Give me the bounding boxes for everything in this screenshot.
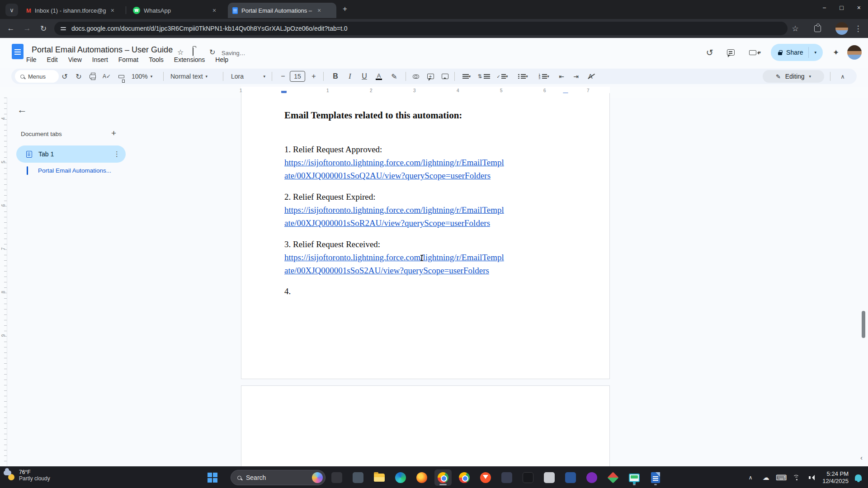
- wifi-icon[interactable]: [789, 475, 804, 481]
- bold-icon[interactable]: B: [330, 69, 341, 84]
- version-history-icon[interactable]: ↺: [706, 47, 713, 58]
- underline-icon[interactable]: U: [359, 69, 370, 84]
- spellcheck-icon[interactable]: A✓: [101, 69, 113, 84]
- move-to-folder-icon[interactable]: [193, 48, 193, 56]
- doc-link[interactable]: ate/00XJQ000001sSoR2AU/view?queryScope=u…: [284, 218, 490, 228]
- google-docs-logo[interactable]: [12, 44, 24, 59]
- document-title[interactable]: Portal Email Automations – User Guide: [32, 45, 173, 55]
- font-size-decrease-icon[interactable]: −: [277, 69, 289, 84]
- window-close-button[interactable]: ×: [857, 4, 861, 11]
- reload-icon[interactable]: ↻: [38, 23, 49, 34]
- increase-indent-icon[interactable]: ⇥: [570, 69, 582, 84]
- tab-options-icon[interactable]: ⋮: [113, 150, 120, 158]
- add-comment-icon[interactable]: +: [425, 69, 436, 84]
- meet-dropdown-icon[interactable]: ▾: [759, 50, 761, 55]
- hidden-icons-chevron[interactable]: ∧: [743, 474, 758, 481]
- app-icon-3[interactable]: [498, 469, 515, 486]
- redo-icon[interactable]: ↻: [73, 69, 85, 84]
- address-bar[interactable]: docs.google.com/document/d/1jpc3R6Cmpii0…: [54, 22, 788, 35]
- hide-menus-icon[interactable]: ∧: [837, 69, 849, 84]
- menu-edit[interactable]: Edit: [47, 56, 58, 63]
- menu-insert[interactable]: Insert: [92, 56, 108, 63]
- tab-close-icon[interactable]: ×: [111, 7, 114, 14]
- editing-mode-select[interactable]: ✎ Editing ▾: [763, 70, 824, 83]
- site-info-icon[interactable]: [61, 26, 66, 31]
- document-page-1[interactable]: Email Templates related to this automati…: [241, 93, 610, 379]
- print-icon[interactable]: [87, 69, 99, 84]
- insert-image-icon[interactable]: [439, 69, 451, 84]
- volume-icon[interactable]: [804, 475, 820, 480]
- share-dropdown-icon[interactable]: ▾: [811, 50, 820, 55]
- chrome-icon[interactable]: [434, 469, 452, 486]
- taskbar-search[interactable]: Search: [231, 470, 326, 485]
- onedrive-icon[interactable]: ☁: [758, 474, 774, 482]
- tab-search-button[interactable]: ∨: [5, 4, 18, 16]
- zoom-select[interactable]: 100%▾: [132, 69, 152, 84]
- toolbar-search-menus[interactable]: Menus: [15, 70, 59, 83]
- libreoffice-writer-icon[interactable]: [647, 469, 664, 486]
- app-icon-5[interactable]: [562, 469, 579, 486]
- italic-icon[interactable]: I: [344, 69, 356, 84]
- chrome-secondary-icon[interactable]: [456, 469, 473, 486]
- menu-tools[interactable]: Tools: [149, 56, 164, 63]
- tab-close-icon[interactable]: ×: [212, 7, 216, 14]
- paragraph-style-select[interactable]: Normal text▾: [170, 69, 208, 84]
- font-select[interactable]: Lora▾: [231, 69, 265, 84]
- menu-format[interactable]: Format: [118, 56, 138, 63]
- line-spacing-icon[interactable]: ⇅: [477, 69, 491, 84]
- menu-help[interactable]: Help: [215, 56, 228, 63]
- browser-tab-whatsapp[interactable]: ☎ WhatsApp ×: [128, 3, 224, 18]
- doc-link[interactable]: https://isijoftoronto.lightning.force.co…: [284, 253, 504, 263]
- star-document-icon[interactable]: ☆: [177, 48, 184, 56]
- doc-link[interactable]: https://isijoftoronto.lightning.force.co…: [284, 158, 504, 168]
- align-icon[interactable]: ▾: [459, 69, 474, 84]
- doc-link[interactable]: ate/00XJQ000001sSoQ2AU/view?queryScope=u…: [284, 171, 491, 181]
- sidebar-item-tab1[interactable]: Tab 1 ⋮: [16, 145, 126, 163]
- window-minimize-button[interactable]: −: [822, 4, 826, 11]
- undo-icon[interactable]: ↺: [59, 69, 71, 84]
- vertical-scrollbar[interactable]: [862, 311, 865, 338]
- edge-icon[interactable]: [392, 469, 409, 486]
- paint-format-icon[interactable]: [115, 69, 127, 84]
- clear-formatting-icon[interactable]: A: [585, 69, 596, 84]
- bulleted-list-icon[interactable]: ▾: [514, 69, 532, 84]
- text-color-icon[interactable]: A: [373, 69, 385, 84]
- menu-extensions[interactable]: Extensions: [174, 56, 205, 63]
- meet-video-icon[interactable]: [749, 50, 756, 55]
- bookmark-star-icon[interactable]: ☆: [790, 23, 801, 34]
- checklist-icon[interactable]: ✓▾: [493, 69, 511, 84]
- extensions-icon[interactable]: [812, 23, 823, 34]
- start-button[interactable]: [204, 469, 221, 486]
- doc-link[interactable]: ate/00XJQ000001sSoS2AU/view?queryScope=u…: [284, 266, 489, 276]
- doc-link[interactable]: https://isijoftoronto.lightning.force.co…: [284, 205, 504, 215]
- comments-icon[interactable]: [727, 49, 735, 56]
- gemini-sparkle-icon[interactable]: ✦: [829, 48, 843, 57]
- system-clock[interactable]: 5:24 PM 12/4/2025: [820, 470, 851, 485]
- taskpro-icon[interactable]: [626, 469, 643, 486]
- sidebar-back-icon[interactable]: ←: [17, 104, 27, 116]
- numbered-list-icon[interactable]: 1 2 3▾: [535, 69, 553, 84]
- menu-view[interactable]: View: [68, 56, 82, 63]
- decrease-indent-icon[interactable]: ⇤: [556, 69, 567, 84]
- menu-file[interactable]: File: [26, 56, 37, 63]
- window-maximize-button[interactable]: □: [840, 4, 843, 11]
- browser-tab-gmail[interactable]: M Inbox (1) - ishann.tforce@gmai ×: [22, 3, 124, 18]
- brave-icon[interactable]: [477, 469, 494, 486]
- font-size-increase-icon[interactable]: +: [308, 69, 320, 84]
- app-icon-6[interactable]: [583, 469, 600, 486]
- add-tab-icon[interactable]: +: [111, 128, 116, 138]
- account-avatar[interactable]: [847, 45, 862, 60]
- browser-profile-avatar[interactable]: [835, 22, 848, 35]
- app-icon-4[interactable]: [541, 469, 558, 486]
- app-icon-7[interactable]: [604, 469, 622, 486]
- highlight-color-icon[interactable]: ✎: [388, 69, 400, 84]
- back-icon[interactable]: ←: [5, 23, 16, 34]
- font-size-field[interactable]: 15: [290, 69, 305, 84]
- collapse-panel-chevron-icon[interactable]: ‹: [860, 454, 863, 461]
- outline-item[interactable]: Portal Email Automations...: [27, 166, 111, 175]
- firefox-icon[interactable]: [413, 469, 430, 486]
- weather-widget[interactable]: 76°F Partly cloudy: [4, 469, 50, 482]
- terminal-app-icon[interactable]: [519, 469, 537, 486]
- forward-icon[interactable]: →: [22, 23, 33, 34]
- app-icon-1[interactable]: [328, 469, 345, 486]
